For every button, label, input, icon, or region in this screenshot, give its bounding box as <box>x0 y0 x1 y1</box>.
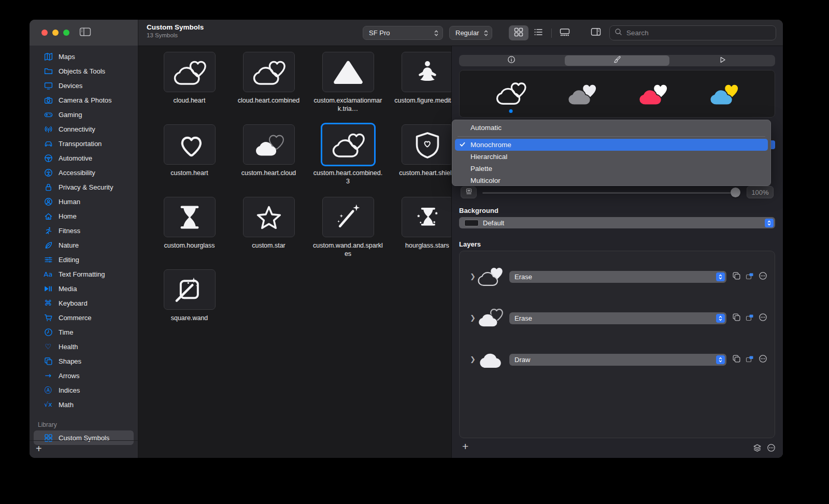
duplicate-layer-icon[interactable] <box>732 271 741 282</box>
sidebar-item-health[interactable]: ♡Health <box>30 339 138 354</box>
sidebar-item-privacy-security[interactable]: Privacy & Security <box>30 180 138 194</box>
disclosure-chevron-icon[interactable]: ❯ <box>470 314 476 322</box>
duplicate-layer-icon[interactable] <box>732 354 741 365</box>
font-popup[interactable]: SF Pro <box>363 26 443 40</box>
sidebar-item-math[interactable]: √xMath <box>30 397 138 412</box>
opacity-button[interactable] <box>461 186 477 198</box>
sidebar-item-keyboard[interactable]: ⌘Keyboard <box>30 296 138 310</box>
layer-mode-label: Draw <box>514 356 530 364</box>
sidebar-item-devices[interactable]: Devices <box>30 78 138 93</box>
layer-more-icon[interactable] <box>759 313 767 324</box>
disclosure-chevron-icon[interactable]: ❯ <box>470 355 476 363</box>
layer-thumbnail[interactable] <box>477 264 504 288</box>
symbol-tile-custom-wand-and-sparkles[interactable] <box>322 197 374 237</box>
search-icon <box>614 28 622 38</box>
symbol-tile-hourglass-stars[interactable] <box>402 197 452 237</box>
sidebar-item-label: Maps <box>59 53 75 61</box>
sidebar-item-connectivity[interactable]: Connectivity <box>30 122 138 136</box>
sidebar-item-camera-photos[interactable]: Camera & Photos <box>30 93 138 107</box>
sidebar-item-commerce[interactable]: Commerce <box>30 310 138 325</box>
preview-variant-hierarchical[interactable] <box>561 76 603 112</box>
menu-item-hierarchical[interactable]: Hierarchical <box>455 151 768 163</box>
inspector-toggle-button[interactable] <box>589 26 603 39</box>
zoom-button[interactable] <box>63 30 69 36</box>
grid-view-button[interactable] <box>509 25 528 40</box>
layers-stack-icon[interactable] <box>753 443 762 454</box>
sidebar-item-label: Arrows <box>59 372 79 380</box>
sidebar-item-editing[interactable]: Editing <box>30 252 138 267</box>
symbol-tile-cloud-heart[interactable] <box>164 52 216 92</box>
layer-mode-popup[interactable]: Erase <box>509 271 726 283</box>
tab-paintbrush[interactable] <box>565 55 670 66</box>
sidebar-item-transportation[interactable]: Transportation <box>30 136 138 151</box>
symbol-tile-custom-hourglass[interactable] <box>164 197 216 237</box>
weight-popup[interactable]: Regular <box>449 26 492 40</box>
layer-thumbnail[interactable] <box>477 347 504 371</box>
sidebar-item-accessibility[interactable]: Accessibility <box>30 165 138 180</box>
sidebar-toggle-icon[interactable] <box>79 27 91 39</box>
sidebar-item-gaming[interactable]: Gaming <box>30 107 138 122</box>
layer-fill-icon[interactable] <box>745 313 754 324</box>
search-input[interactable] <box>625 28 771 37</box>
desktop: Custom Symbols 13 Symbols SF Pro Regular <box>0 0 829 504</box>
duplicate-layer-icon[interactable] <box>732 313 741 324</box>
layer-fill-icon[interactable] <box>745 355 754 365</box>
symbol-tile-square-wand[interactable] <box>164 269 216 310</box>
preview-variant-monochrome[interactable] <box>490 76 532 112</box>
sidebar-item-label: Automotive <box>59 154 92 162</box>
preview-variant-palette[interactable] <box>632 76 674 112</box>
tab-info[interactable] <box>459 55 564 66</box>
sidebar-item-home[interactable]: Home <box>30 209 138 223</box>
sidebar-item-shapes[interactable]: Shapes <box>30 354 138 368</box>
sidebar: MapsObjects & ToolsDevicesCamera & Photo… <box>30 46 138 458</box>
menu-item-multicolor[interactable]: Multicolor <box>455 175 768 186</box>
symbol-tile-custom-figure-meditate[interactable] <box>402 52 452 92</box>
sidebar-item-automotive[interactable]: Automotive <box>30 151 138 165</box>
menu-item-monochrome[interactable]: Monochrome <box>455 139 768 151</box>
layer-mode-popup[interactable]: Erase <box>509 312 726 324</box>
search-field[interactable] <box>609 25 776 40</box>
sidebar-item-indices[interactable]: ⒶIndices <box>30 383 138 397</box>
gallery-view-button[interactable] <box>555 25 575 40</box>
opacity-slider-knob[interactable] <box>731 188 740 197</box>
runner-icon <box>43 226 53 235</box>
sidebar-item-label: Keyboard <box>59 299 88 307</box>
sidebar-item-fitness[interactable]: Fitness <box>30 223 138 238</box>
preview-variant-multicolor[interactable] <box>703 76 745 112</box>
background-popup[interactable]: Default <box>459 217 775 228</box>
more-options-icon[interactable] <box>767 443 776 454</box>
list-view-button[interactable] <box>528 25 548 40</box>
tab-animate[interactable] <box>670 55 775 66</box>
layer-more-icon[interactable] <box>759 354 767 365</box>
symbol-tile-custom-exclamationmark-tria[interactable] <box>322 52 374 92</box>
symbol-tile-custom-star[interactable] <box>243 197 295 237</box>
sidebar-item-text-formatting[interactable]: AaText Formatting <box>30 267 138 281</box>
menu-item-automatic[interactable]: Automatic <box>455 121 768 134</box>
sidebar-item-objects-tools[interactable]: Objects & Tools <box>30 64 138 78</box>
symbol-tile-cloud-heart-combined[interactable] <box>243 52 295 92</box>
sidebar-item-nature[interactable]: Nature <box>30 238 138 252</box>
sidebar-item-maps[interactable]: Maps <box>30 49 138 64</box>
disclosure-chevron-icon[interactable]: ❯ <box>470 272 476 280</box>
symbol-tile-custom-heart-shield[interactable] <box>402 124 452 165</box>
symbol-tile-custom-heart-combined-3[interactable] <box>322 124 374 165</box>
layer-fill-icon[interactable] <box>745 272 754 282</box>
layer-row-2: ❯ Erase <box>460 298 775 339</box>
close-button[interactable] <box>41 30 48 36</box>
sidebar-item-human[interactable]: Human <box>30 194 138 209</box>
minimize-button[interactable] <box>52 30 59 36</box>
opacity-slider[interactable] <box>482 192 740 194</box>
layer-more-icon[interactable] <box>759 271 767 282</box>
sidebar-item-time[interactable]: Time <box>30 325 138 339</box>
camera-icon <box>43 96 53 105</box>
sidebar-item-media[interactable]: Media <box>30 281 138 296</box>
rendering-mode-menu: Automatic MonochromeHierarchicalPaletteM… <box>452 120 771 186</box>
layer-mode-popup[interactable]: Draw <box>509 354 726 366</box>
layer-thumbnail[interactable] <box>477 306 504 329</box>
add-layer-button[interactable]: + <box>462 440 468 453</box>
symbol-tile-custom-heart-cloud[interactable] <box>243 124 295 165</box>
symbol-tile-custom-heart[interactable] <box>164 124 216 165</box>
sidebar-item-arrows[interactable]: →Arrows <box>30 368 138 383</box>
add-category-button[interactable]: + <box>36 443 42 455</box>
menu-item-palette[interactable]: Palette <box>455 163 768 175</box>
